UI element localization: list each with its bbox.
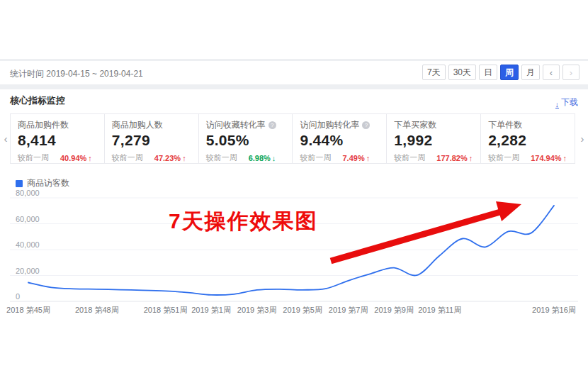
annotation-arrow <box>331 201 521 261</box>
analytics-dashboard: 统计时间 2019-04-15 ~ 2019-04-21 7天30天日周月‹› … <box>0 0 588 390</box>
annotation-text: 7天操作效果图 <box>169 207 318 236</box>
visitors-line-chart <box>0 0 588 390</box>
